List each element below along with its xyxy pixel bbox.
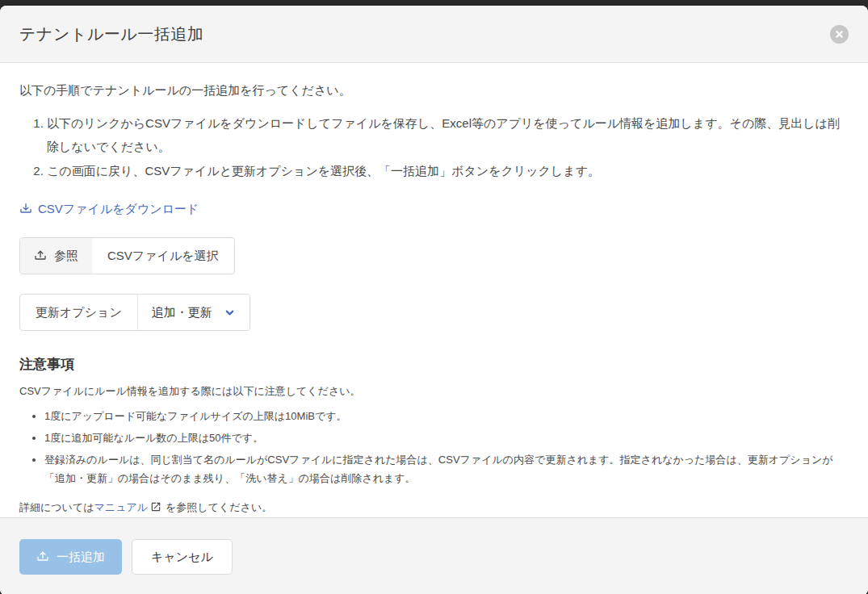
note-item-3: 登録済みのルールは、同じ割当て名のルールがCSVファイルに指定された場合は、CS…: [44, 451, 849, 487]
update-option-select[interactable]: 追加・更新: [138, 295, 249, 330]
notes-heading: 注意事項: [19, 355, 849, 374]
instruction-step-2: この画面に戻り、CSVファイルと更新オプションを選択後、「一括追加」ボタンをクリ…: [47, 159, 849, 182]
csv-download-link[interactable]: CSVファイルをダウンロード: [19, 202, 199, 217]
instructions-intro: 以下の手順でテナントルールの一括追加を行ってください。: [19, 81, 849, 100]
modal-body: 以下の手順でテナントルールの一括追加を行ってください。 以下のリンクからCSVフ…: [0, 63, 868, 517]
notes-intro: CSVファイルにルール情報を追加する際には以下に注意してください。: [19, 384, 849, 399]
browse-button-label: 参照: [54, 249, 78, 264]
modal-title: テナントルール一括追加: [19, 23, 203, 45]
close-button[interactable]: [830, 25, 849, 44]
bulk-add-tenant-rule-modal: テナントルール一括追加 以下の手順でテナントルールの一括追加を行ってください。 …: [0, 6, 868, 594]
update-option-group: 更新オプション 追加・更新: [19, 294, 250, 331]
bulk-add-submit-label: 一括追加: [57, 550, 105, 565]
cancel-button[interactable]: キャンセル: [132, 539, 233, 575]
close-icon: [835, 30, 844, 39]
cancel-button-label: キャンセル: [151, 550, 213, 565]
instruction-step-1: 以下のリンクからCSVファイルをダウンロードしてファイルを保存し、Excel等の…: [47, 111, 849, 159]
manual-link[interactable]: マニュアル: [94, 500, 149, 515]
csv-file-input: 参照 CSVファイルを選択: [19, 237, 235, 274]
note-item-1: 1度にアップロード可能なファイルサイズの上限は10MiBです。: [44, 408, 849, 425]
bulk-add-submit-button[interactable]: 一括追加: [19, 539, 122, 575]
instruction-steps: 以下のリンクからCSVファイルをダウンロードしてファイルを保存し、Excel等の…: [19, 111, 849, 182]
modal-header: テナントルール一括追加: [0, 6, 868, 63]
notes-list: 1度にアップロード可能なファイルサイズの上限は10MiBです。 1度に追加可能な…: [19, 408, 849, 487]
file-name-placeholder[interactable]: CSVファイルを選択: [92, 238, 234, 274]
update-option-label: 更新オプション: [20, 295, 138, 330]
upload-icon: [36, 550, 49, 563]
download-icon: [19, 203, 32, 215]
external-link-icon: [150, 501, 166, 514]
manual-prefix: 詳細については: [19, 500, 94, 515]
manual-suffix: を参照してください。: [166, 500, 272, 515]
chevron-down-icon: [224, 307, 236, 319]
note-item-2: 1度に追加可能なルール数の上限は50件です。: [44, 429, 849, 447]
browse-button[interactable]: 参照: [20, 238, 92, 274]
csv-download-link-label: CSVファイルをダウンロード: [38, 202, 199, 217]
manual-reference-line: 詳細については マニュアル を参照してください。: [19, 500, 849, 515]
modal-footer: 一括追加 キャンセル: [0, 517, 868, 594]
upload-icon: [34, 249, 47, 262]
modal-backdrop: テナントルール一括追加 以下の手順でテナントルールの一括追加を行ってください。 …: [0, 0, 868, 594]
update-option-selected-value: 追加・更新: [152, 305, 212, 320]
